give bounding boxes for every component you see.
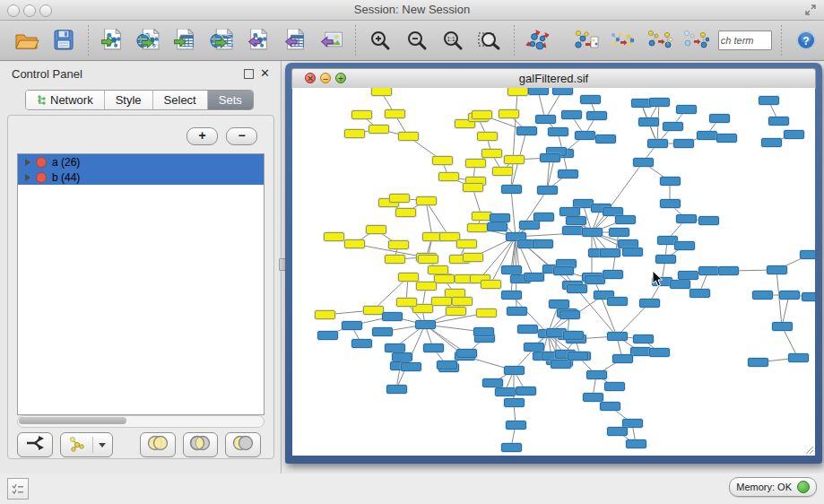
network-node-blue[interactable]	[607, 332, 628, 341]
export-network-button[interactable]	[240, 23, 277, 57]
network-node-blue[interactable]	[537, 186, 558, 195]
network-node-blue[interactable]	[351, 339, 372, 348]
network-node-blue[interactable]	[563, 331, 584, 340]
network-node-blue[interactable]	[382, 312, 403, 321]
network-node-blue[interactable]	[761, 138, 782, 147]
network-node-blue[interactable]	[566, 216, 586, 225]
network-node-yellow[interactable]	[396, 298, 417, 307]
tab-select[interactable]: Select	[153, 91, 208, 109]
network-node-yellow[interactable]	[452, 297, 473, 306]
network-node-yellow[interactable]	[388, 240, 409, 249]
network-node-blue[interactable]	[600, 402, 620, 411]
network-node-blue[interactable]	[663, 122, 683, 131]
network-node-blue[interactable]	[524, 273, 544, 282]
network-node-yellow[interactable]	[432, 156, 453, 165]
remove-set-button[interactable]: −	[226, 127, 257, 145]
tab-sets[interactable]: Sets	[208, 91, 253, 109]
network-node-yellow[interactable]	[481, 149, 502, 158]
network-node-yellow[interactable]	[385, 109, 405, 118]
network-node-blue[interactable]	[501, 291, 522, 300]
network-node-blue[interactable]	[392, 352, 412, 361]
network-node-blue[interactable]	[633, 335, 654, 343]
open-session-button[interactable]	[9, 23, 46, 57]
resize-grip[interactable]	[803, 444, 814, 455]
intersect-sets-button[interactable]	[183, 432, 219, 457]
network-node-yellow[interactable]	[463, 183, 483, 192]
task-history-button[interactable]	[7, 478, 29, 500]
scrollbar-thumb[interactable]	[19, 417, 126, 424]
network-node-yellow[interactable]	[344, 239, 365, 248]
dropdown-caret-icon[interactable]	[99, 443, 106, 448]
network-node-blue[interactable]	[649, 348, 670, 357]
union-sets-button[interactable]	[140, 432, 176, 457]
network-node-blue[interactable]	[482, 378, 503, 387]
add-set-button[interactable]: +	[186, 127, 218, 145]
network-node-blue[interactable]	[649, 98, 670, 107]
network-node-blue[interactable]	[583, 393, 603, 402]
network-node-blue[interactable]	[660, 199, 681, 208]
network-node-yellow[interactable]	[507, 88, 528, 96]
network-node-blue[interactable]	[540, 153, 560, 162]
sets-horizontal-scrollbar[interactable]	[17, 415, 265, 428]
save-session-button[interactable]	[46, 23, 82, 57]
network-node-blue[interactable]	[647, 139, 668, 148]
network-node-yellow[interactable]	[366, 225, 386, 234]
network-node-blue[interactable]	[595, 135, 616, 143]
network-node-blue[interactable]	[317, 331, 338, 340]
import-network-url-button[interactable]	[130, 23, 167, 57]
network-node-blue[interactable]	[660, 177, 681, 186]
network-node-blue[interactable]	[586, 370, 607, 379]
network-node-blue[interactable]	[516, 387, 536, 395]
network-node-blue[interactable]	[748, 358, 768, 367]
export-table-button[interactable]	[277, 23, 314, 57]
network-node-blue[interactable]	[558, 169, 578, 178]
network-node-yellow[interactable]	[418, 255, 438, 264]
help-button[interactable]: ?	[787, 23, 824, 57]
network-node-blue[interactable]	[490, 213, 510, 222]
network-node-blue[interactable]	[507, 307, 527, 316]
apply-preferred-layout-button[interactable]	[520, 23, 557, 57]
network-node-blue[interactable]	[676, 105, 697, 114]
network-node-blue[interactable]	[501, 265, 522, 274]
network-node-blue[interactable]	[586, 111, 607, 120]
network-node-blue[interactable]	[553, 266, 574, 275]
network-node-blue[interactable]	[519, 221, 540, 230]
network-node-blue[interactable]	[607, 427, 628, 436]
network-node-blue[interactable]	[533, 239, 553, 248]
network-node-yellow[interactable]	[363, 306, 384, 315]
network-node-blue[interactable]	[487, 222, 507, 231]
network-node-blue[interactable]	[784, 130, 804, 139]
network-node-blue[interactable]	[716, 134, 737, 143]
import-table-url-button[interactable]	[204, 23, 240, 57]
network-node-blue[interactable]	[630, 347, 651, 356]
network-node-blue[interactable]	[767, 265, 787, 274]
network-node-blue[interactable]	[575, 131, 595, 140]
network-node-blue[interactable]	[552, 88, 573, 95]
network-node-blue[interactable]	[372, 327, 393, 336]
network-node-blue[interactable]	[506, 421, 526, 430]
network-node-yellow[interactable]	[463, 253, 483, 262]
difference-sets-button[interactable]	[225, 432, 261, 457]
network-node-yellow[interactable]	[476, 308, 497, 317]
network-node-blue[interactable]	[615, 215, 636, 224]
network-node-yellow[interactable]	[438, 172, 459, 181]
network-node-blue[interactable]	[698, 216, 719, 225]
network-node-blue[interactable]	[678, 271, 698, 280]
set-list-item[interactable]: a (26)	[18, 154, 264, 169]
network-node-blue[interactable]	[779, 291, 800, 300]
network-node-yellow[interactable]	[398, 273, 419, 282]
network-node-blue[interactable]	[401, 362, 421, 371]
network-node-blue[interactable]	[674, 241, 695, 250]
network-node-blue[interactable]	[562, 226, 583, 235]
network-node-blue[interactable]	[559, 310, 580, 319]
network-node-blue[interactable]	[698, 266, 719, 275]
network-node-blue[interactable]	[759, 96, 779, 105]
network-node-yellow[interactable]	[434, 274, 455, 283]
disclosure-triangle-icon[interactable]	[25, 174, 30, 181]
network-node-blue[interactable]	[609, 228, 629, 237]
network-node-blue[interactable]	[415, 320, 436, 329]
network-node-blue[interactable]	[561, 110, 582, 119]
network-node-blue[interactable]	[709, 114, 730, 123]
network-node-blue[interactable]	[473, 327, 494, 336]
network-node-blue[interactable]	[639, 299, 660, 308]
